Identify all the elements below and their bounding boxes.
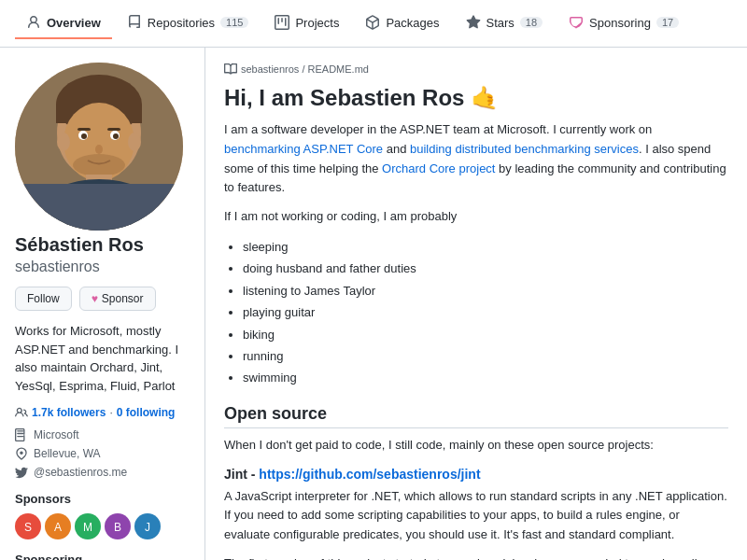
svg-rect-10 bbox=[107, 128, 120, 131]
profile-sidebar: Sébastien Ros sebastienros Follow ♥ Spon… bbox=[0, 48, 205, 560]
profile-nav: Overview Repositories 115 Projects Packa… bbox=[0, 0, 747, 48]
svg-text:M: M bbox=[83, 521, 92, 534]
svg-text:A: A bbox=[54, 521, 62, 534]
jint-heading: Jint - https://github.com/sebastienros/j… bbox=[224, 467, 728, 482]
sponsor-avatar-1: S bbox=[15, 513, 41, 539]
sponsor-avatar-4: B bbox=[105, 513, 131, 539]
package-icon bbox=[365, 15, 380, 30]
jint-description: A JavaScript interpreter for .NET, which… bbox=[224, 487, 728, 545]
svg-point-13 bbox=[57, 133, 70, 151]
sponsors-heading: Sponsors bbox=[15, 492, 190, 506]
tab-repositories[interactable]: Repositories 115 bbox=[116, 7, 261, 39]
readme-body: Hi, I am Sebastien Ros 🤙 I am a software… bbox=[224, 85, 728, 560]
activities-list: sleeping doing husband and father duties… bbox=[243, 236, 728, 389]
people-icon bbox=[15, 406, 28, 419]
tab-overview[interactable]: Overview bbox=[15, 7, 112, 39]
activity-guitar: playing guitar bbox=[243, 301, 728, 323]
display-name: Sébastien Ros bbox=[15, 233, 190, 257]
sponsors-list: S A M B J bbox=[15, 513, 190, 539]
profile-content: sebastienros / README.md Hi, I am Sebast… bbox=[205, 48, 747, 560]
followers-stats: 1.7k followers · 0 following bbox=[15, 406, 190, 419]
svg-text:S: S bbox=[24, 521, 32, 534]
follow-button[interactable]: Follow bbox=[15, 287, 72, 311]
readme-greeting: Hi, I am Sebastien Ros 🤙 bbox=[224, 85, 728, 111]
person-icon bbox=[26, 15, 41, 30]
heart-icon: ♥ bbox=[92, 292, 98, 305]
separator: · bbox=[109, 406, 112, 419]
avatar-image bbox=[15, 63, 183, 231]
tab-projects[interactable]: Projects bbox=[263, 7, 350, 39]
location-icon bbox=[15, 447, 28, 460]
location-item: Bellevue, WA bbox=[15, 447, 190, 460]
open-source-heading: Open source bbox=[224, 404, 728, 428]
tab-stars[interactable]: Stars 18 bbox=[455, 7, 555, 39]
avatar bbox=[15, 63, 190, 233]
heart-nav-icon bbox=[569, 15, 584, 30]
orchard-link[interactable]: Orchard Core project bbox=[382, 161, 495, 175]
activity-sleeping: sleeping bbox=[243, 236, 728, 258]
stars-badge: 18 bbox=[520, 17, 543, 28]
sponsor-avatar-2: A bbox=[45, 513, 71, 539]
repositories-badge: 115 bbox=[220, 17, 248, 28]
company-item: Microsoft bbox=[15, 428, 190, 441]
following-count: 0 bbox=[117, 406, 123, 419]
intro-paragraph: I am a software developer in the ASP.NET… bbox=[224, 120, 728, 198]
tab-packages[interactable]: Packages bbox=[354, 7, 450, 39]
benchmarking-link[interactable]: benchmarking ASP.NET Core bbox=[224, 142, 383, 156]
open-source-intro: When I don't get paid to code, I still c… bbox=[224, 436, 728, 455]
svg-point-11 bbox=[95, 145, 103, 154]
star-icon bbox=[466, 15, 481, 30]
activity-husband: doing husband and father duties bbox=[243, 258, 728, 279]
twitter-icon bbox=[15, 466, 28, 479]
repo-icon bbox=[127, 15, 142, 30]
sponsor-button[interactable]: ♥ Sponsor bbox=[79, 287, 156, 311]
sponsor-avatar-3: M bbox=[75, 513, 101, 539]
tab-repositories-label: Repositories bbox=[148, 16, 215, 30]
tab-packages-label: Packages bbox=[386, 16, 439, 30]
building-icon bbox=[15, 428, 28, 441]
tab-stars-label: Stars bbox=[486, 16, 514, 30]
activity-james: listening to James Taylor bbox=[243, 280, 728, 301]
tab-overview-label: Overview bbox=[47, 16, 101, 30]
svg-point-14 bbox=[128, 133, 141, 151]
location-name: Bellevue, WA bbox=[34, 447, 101, 460]
svg-rect-17 bbox=[15, 184, 183, 231]
sponsor-avatar-5: J bbox=[134, 513, 161, 539]
readme-breadcrumb-text: sebastienros / README.md bbox=[241, 63, 369, 75]
svg-rect-9 bbox=[78, 128, 91, 131]
book-icon bbox=[224, 63, 237, 76]
distributed-link[interactable]: building distributed benchmarking servic… bbox=[410, 142, 639, 156]
svg-point-12 bbox=[73, 154, 125, 176]
svg-point-8 bbox=[113, 133, 119, 139]
action-buttons: Follow ♥ Sponsor bbox=[15, 287, 190, 311]
followers-link[interactable]: 1.7k followers bbox=[32, 406, 106, 419]
website-url: @sebastienros.me bbox=[34, 466, 127, 479]
sponsoring-badge: 17 bbox=[656, 17, 679, 28]
user-bio: Works for Microsoft, mostly ASP.NET and … bbox=[15, 322, 190, 395]
jint-history: The first version of this project starte… bbox=[224, 554, 728, 560]
jint-url[interactable]: https://github.com/sebastienros/jint bbox=[259, 467, 480, 482]
svg-point-7 bbox=[81, 133, 87, 139]
tab-sponsoring-label: Sponsoring bbox=[589, 16, 651, 30]
readme-breadcrumb: sebastienros / README.md bbox=[224, 63, 728, 76]
activity-running: running bbox=[243, 345, 728, 367]
sponsoring-heading: Sponsoring bbox=[15, 553, 190, 560]
not-coding-label: If I am not working or coding, I am prob… bbox=[224, 207, 728, 227]
following-link[interactable]: 0 following bbox=[117, 406, 176, 419]
activity-swimming: swimming bbox=[243, 367, 728, 388]
svg-text:B: B bbox=[114, 521, 121, 534]
project-icon bbox=[275, 15, 289, 30]
username: sebastienros bbox=[15, 259, 190, 275]
company-name: Microsoft bbox=[34, 428, 79, 441]
tab-sponsoring[interactable]: Sponsoring 17 bbox=[557, 7, 690, 39]
followers-count: 1.7k bbox=[32, 406, 53, 419]
svg-text:J: J bbox=[145, 521, 150, 534]
tab-projects-label: Projects bbox=[295, 16, 339, 30]
main-layout: Sébastien Ros sebastienros Follow ♥ Spon… bbox=[0, 48, 747, 560]
sponsor-label: Sponsor bbox=[102, 292, 144, 305]
website-item: @sebastienros.me bbox=[15, 466, 190, 479]
activity-biking: biking bbox=[243, 324, 728, 345]
